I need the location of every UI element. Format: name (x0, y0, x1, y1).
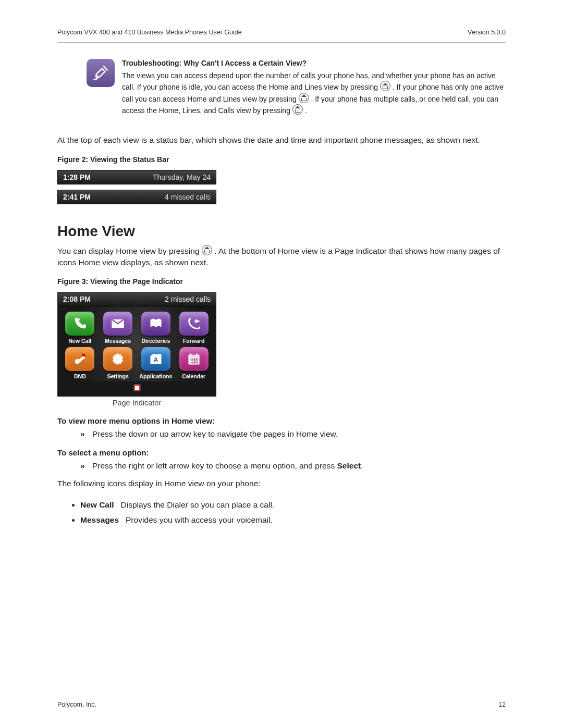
app-label: Forward (183, 338, 204, 344)
page-indicator-dot (134, 385, 140, 391)
figure2-image: 1:28 PM Thursday, May 24 2:41 PM 4 misse… (57, 170, 506, 204)
figure3-caption: Figure 3: Viewing the Page Indicator (57, 277, 506, 286)
text-fragment: . (361, 461, 363, 470)
doc-title: Polycom VVX 400 and 410 Business Media P… (57, 29, 242, 36)
home-app-dnd: DND (62, 347, 98, 379)
text-fragment: . (305, 106, 307, 115)
body-paragraph: You can display Home view by pressing . … (57, 245, 506, 268)
home-icon-grid: New CallMessagesDirectoriesForwardDNDSet… (58, 306, 216, 381)
status-right: Thursday, May 24 (153, 173, 211, 181)
bullet-marker: » (80, 461, 85, 471)
calendar-icon (179, 347, 209, 371)
app-label: DND (74, 373, 86, 379)
app-label: Calendar (182, 373, 205, 379)
status-time: 2:41 PM (63, 193, 91, 201)
text-fragment: You can display Home view by pressing (57, 246, 202, 255)
icon-definition-list: New Call Displays the Dialer so you can … (57, 499, 506, 527)
icon-definition-item: Messages Provides you with access your v… (80, 514, 506, 527)
tools-icon (87, 59, 115, 87)
app-label: New Call (68, 338, 91, 344)
text-fragment: Press the right or left arrow key to cho… (92, 461, 337, 470)
app-label: Messages (105, 338, 131, 344)
settings-icon (103, 347, 132, 371)
text-fragment: Press the down or up arrow key to naviga… (92, 429, 338, 438)
home-app-applications: AApplications (138, 347, 174, 379)
header-rule (57, 42, 506, 43)
select-keyword: Select (337, 461, 361, 470)
page-indicator-area (58, 381, 216, 396)
home-app-settings: Settings (100, 347, 136, 379)
home-key-icon (299, 93, 309, 103)
instruction-item: » Press the right or left arrow key to c… (57, 461, 506, 471)
instruction-item: » Press the down or up arrow key to navi… (57, 429, 506, 439)
home-app-directories: Directories (138, 312, 174, 344)
troubleshooting-callout: Troubleshooting: Why Can't I Access a Ce… (57, 59, 506, 116)
messages-icon (103, 312, 132, 336)
home-view-heading: Home View (57, 223, 506, 240)
home-app-new-call: New Call (62, 312, 98, 344)
svg-rect-1 (82, 353, 86, 357)
app-label: Directories (141, 338, 170, 344)
status-right: 4 missed calls (165, 193, 211, 201)
page-header: Polycom VVX 400 and 410 Business Media P… (57, 29, 506, 39)
dnd-icon (65, 347, 94, 371)
status-time: 2:08 PM (63, 295, 91, 303)
body-paragraph: At the top of each view is a status bar,… (57, 134, 506, 146)
body-paragraph: The following icons display in Home view… (57, 478, 506, 489)
icon-definition-item: New Call Displays the Dialer so you can … (80, 499, 506, 512)
status-time: 1:28 PM (63, 173, 91, 181)
applications-icon: A (141, 347, 170, 371)
bullet-marker: » (80, 429, 85, 439)
svg-rect-5 (188, 355, 199, 357)
icon-name: Messages (80, 515, 119, 524)
icon-description: Displays the Dialer so you can place a c… (121, 500, 275, 509)
phone-status-bar: 2:08 PM 2 missed calls (58, 292, 216, 306)
footer-page-number: 12 (498, 701, 506, 708)
home-key-icon (292, 104, 303, 115)
status-bar-row: 2:41 PM 4 missed calls (57, 190, 216, 204)
status-bar-row: 1:28 PM Thursday, May 24 (57, 170, 216, 184)
doc-version: Version 5.0.0 (468, 29, 506, 36)
status-right: 2 missed calls (165, 295, 211, 303)
forward-icon (179, 312, 209, 336)
page-indicator-label: Page Indicator (57, 399, 216, 407)
instruction-heading: To view more menu options in Home view: (57, 416, 506, 425)
app-label: Settings (107, 373, 128, 379)
svg-text:A: A (154, 356, 158, 363)
troubleshooting-title: Troubleshooting: Why Can't I Access a Ce… (122, 59, 506, 67)
home-app-calendar: Calendar (176, 347, 212, 379)
home-app-messages: Messages (100, 312, 136, 344)
new-call-icon (65, 312, 94, 336)
home-app-forward: Forward (176, 312, 212, 344)
app-label: Applications (139, 373, 172, 379)
page-footer: Polycom, Inc. 12 (57, 701, 506, 708)
figure2-caption: Figure 2: Viewing the Status Bar (57, 155, 506, 164)
icon-description: Provides you with access your voicemail. (126, 515, 273, 524)
footer-company: Polycom, Inc. (57, 701, 96, 708)
directories-icon (141, 312, 170, 336)
home-key-icon (202, 245, 212, 255)
icon-name: New Call (80, 500, 114, 509)
home-key-icon (380, 81, 390, 91)
figure3-image: 2:08 PM 2 missed calls New CallMessagesD… (57, 292, 216, 397)
troubleshooting-text: The views you can access depend upon the… (122, 70, 506, 116)
instruction-heading: To select a menu option: (57, 448, 506, 457)
